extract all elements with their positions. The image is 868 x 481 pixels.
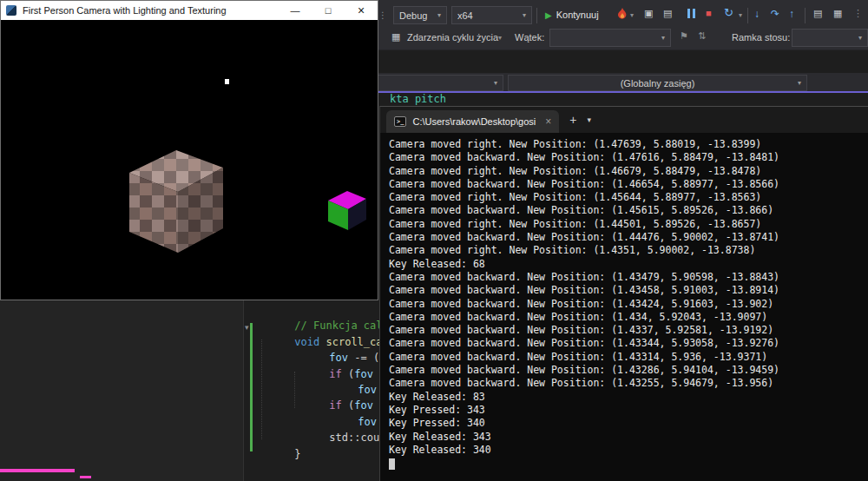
chevron-down-icon[interactable]: ▾ bbox=[498, 35, 502, 42]
terminal-tab[interactable]: >_ C:\Users\rakow\Desktop\gosi × bbox=[386, 110, 559, 133]
console-line: Key Pressed: 340 bbox=[389, 417, 866, 430]
console-line: Camera moved right. New Position: (1.456… bbox=[389, 191, 866, 204]
chevron-down-icon: ▾ bbox=[798, 79, 801, 87]
terminal-tab-bar: >_ C:\Users\rakow\Desktop\gosi × + ▾ bbox=[380, 107, 868, 133]
platform-label: x64 bbox=[457, 10, 473, 21]
toolbar-separator bbox=[747, 8, 748, 23]
change-tracking-bar bbox=[250, 323, 253, 451]
project-dropdown[interactable]: ▾ bbox=[365, 75, 503, 91]
scope-value: (Globalny zasięg) bbox=[621, 78, 695, 89]
step-into-icon[interactable]: ↓ bbox=[754, 9, 760, 19]
console-line: Camera moved backward. New Position: (1.… bbox=[389, 231, 866, 244]
console-line: Camera moved backward. New Position: (1.… bbox=[389, 151, 866, 164]
platform-dropdown[interactable]: x64 ▾ bbox=[451, 6, 532, 24]
gl-app-window: First Person Camera with Lighting and Te… bbox=[0, 0, 378, 300]
code-token: std::cout << bbox=[329, 432, 379, 444]
console-line: Camera moved backward. New Position: (1.… bbox=[389, 298, 866, 311]
tab-dropdown-icon[interactable]: ▾ bbox=[587, 115, 591, 124]
chevron-down-icon: ▾ bbox=[494, 79, 497, 87]
toolbar-separator bbox=[536, 8, 537, 23]
console-line: Camera moved backward. New Position: (1.… bbox=[389, 364, 866, 377]
desktop-screenshot: ⋮ Debug ▾ x64 ▾ ▶ Kontynuuj ▾ ▣ ▤ ■ ↻ ▾ … bbox=[0, 0, 868, 481]
clipped-toolbar-icon: ⋮ bbox=[378, 11, 387, 20]
close-tab-icon[interactable]: × bbox=[545, 115, 551, 128]
step-out-icon[interactable]: ↑ bbox=[789, 9, 794, 19]
console-line: Camera moved right. New Position: (1.445… bbox=[389, 218, 866, 231]
stack-frame-dropdown[interactable]: ▾ bbox=[792, 29, 868, 47]
watch-window-icon[interactable]: ▦ bbox=[833, 9, 842, 18]
console-line: Camera moved backward. New Position: (1.… bbox=[389, 351, 866, 364]
debug-config-dropdown[interactable]: Debug ▾ bbox=[393, 6, 447, 24]
console-line: Camera moved backward. New Position: (1.… bbox=[389, 337, 866, 350]
console-line: Camera moved backward. New Position: (1.… bbox=[389, 311, 866, 324]
code-editor[interactable]: ▾ // Funkcja callba void scroll_callb fo… bbox=[243, 300, 379, 481]
chevron-down-icon[interactable]: ▾ bbox=[630, 12, 634, 19]
minimize-button[interactable]: — bbox=[279, 1, 312, 20]
editor-background bbox=[0, 300, 243, 481]
colored-cube bbox=[326, 186, 369, 231]
console-line: Key Released: 340 bbox=[389, 444, 866, 457]
terminal-window: >_ C:\Users\rakow\Desktop\gosi × + ▾ Cam… bbox=[379, 106, 868, 481]
console-line: Key Released: 68 bbox=[389, 258, 866, 271]
break-all-icon[interactable] bbox=[687, 9, 695, 18]
console-line: Key Released: 343 bbox=[389, 431, 866, 444]
chevron-down-icon: ▾ bbox=[523, 11, 526, 19]
step-over-icon[interactable]: ↷ bbox=[771, 9, 779, 19]
chevron-down-icon: ▾ bbox=[858, 34, 862, 42]
console-line: Camera moved backward. New Position: (1.… bbox=[389, 284, 866, 297]
stack-frame-label: Ramka stosu: bbox=[732, 32, 790, 43]
console-line: Camera moved backward. New Position: (1.… bbox=[389, 271, 866, 284]
console-line: Camera moved right. New Position: (1.435… bbox=[389, 244, 866, 257]
window-title: First Person Camera with Lighting and Te… bbox=[23, 5, 227, 16]
chevron-down-icon: ▾ bbox=[661, 34, 665, 42]
immediate-window-icon[interactable]: ▤ bbox=[813, 9, 822, 18]
terminal-cursor bbox=[389, 458, 395, 470]
toolbar-options-icon[interactable]: ⋮ bbox=[853, 9, 863, 18]
diagnostics-icon[interactable]: ▤ bbox=[663, 9, 672, 18]
console-line: Camera moved backward. New Position: (1.… bbox=[389, 324, 866, 337]
thread-dropdown[interactable]: ▾ bbox=[549, 29, 671, 47]
gl-title-bar[interactable]: First Person Camera with Lighting and Te… bbox=[1, 1, 378, 20]
continue-label: Kontynuuj bbox=[556, 10, 599, 20]
close-button[interactable]: × bbox=[345, 1, 378, 20]
console-line: Camera moved backward. New Position: (1.… bbox=[389, 178, 866, 191]
scope-dropdown[interactable]: (Globalny zasięg) ▾ bbox=[508, 75, 807, 91]
play-icon: ▶ bbox=[545, 10, 552, 20]
textured-cube bbox=[128, 147, 225, 254]
window-controls: — □ × bbox=[279, 1, 378, 20]
hot-reload-flame-icon[interactable] bbox=[617, 8, 628, 23]
console-line: Camera moved right. New Position: (1.476… bbox=[389, 138, 866, 151]
shell-icon: >_ bbox=[394, 116, 406, 127]
lifecycle-events-button[interactable]: Zdarzenia cyklu życia bbox=[407, 32, 498, 43]
debug-config-label: Debug bbox=[399, 10, 427, 21]
new-tab-button[interactable]: + bbox=[569, 113, 576, 127]
console-line: Key Pressed: 343 bbox=[389, 404, 866, 417]
thread-label: Wątek: bbox=[515, 32, 544, 43]
console-line: Camera moved backward. New Position: (1.… bbox=[389, 204, 866, 217]
console-line: Camera moved backward. New Position: (1.… bbox=[389, 377, 866, 390]
threads-updown-icon[interactable]: ⇅ bbox=[698, 31, 706, 41]
console-lines: Camera moved right. New Position: (1.476… bbox=[389, 138, 866, 457]
apply-code-changes-icon[interactable]: ▣ bbox=[644, 9, 653, 18]
code-line: std::cout << bbox=[292, 419, 379, 456]
chevron-down-icon: ▾ bbox=[437, 11, 441, 19]
fold-chevron-icon[interactable]: ▾ bbox=[245, 323, 249, 332]
accent-bar bbox=[0, 469, 75, 472]
app-icon bbox=[6, 5, 16, 16]
code-fragment-pitch: kta pitch bbox=[390, 93, 446, 105]
maximize-button[interactable]: □ bbox=[312, 1, 345, 20]
console-line: Camera moved right. New Position: (1.466… bbox=[389, 165, 866, 178]
stop-debugging-icon[interactable]: ■ bbox=[706, 9, 712, 18]
accent-bar bbox=[80, 476, 91, 478]
toolbar-separator bbox=[805, 8, 806, 23]
crosshair-dot bbox=[225, 79, 229, 84]
chevron-down-icon[interactable]: ▾ bbox=[739, 12, 742, 19]
lifecycle-events-icon: ▦ bbox=[391, 32, 400, 42]
continue-button[interactable]: ▶ Kontynuuj bbox=[540, 5, 604, 24]
code-token: } bbox=[294, 448, 300, 460]
console-line: Key Released: 83 bbox=[389, 391, 866, 404]
terminal-tab-title: C:\Users\rakow\Desktop\gosi bbox=[412, 116, 536, 127]
console-output[interactable]: Camera moved right. New Position: (1.476… bbox=[389, 138, 866, 481]
flag-icon[interactable]: ⚑ bbox=[680, 31, 688, 41]
restart-icon[interactable]: ↻ bbox=[724, 7, 733, 18]
